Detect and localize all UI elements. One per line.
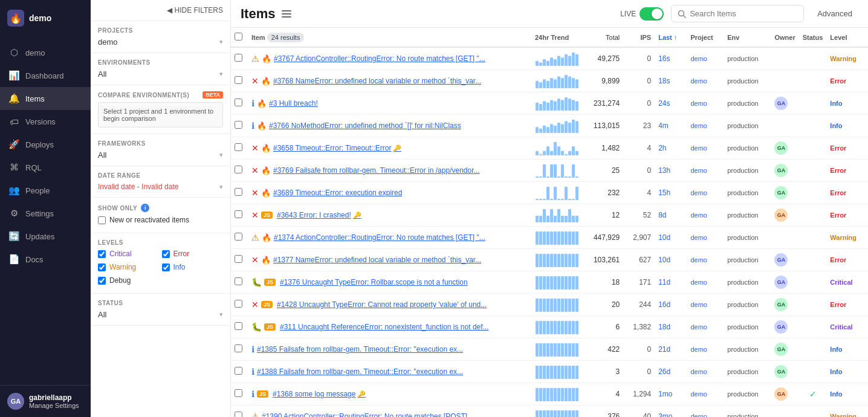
project-link[interactable]: demo [690, 323, 707, 331]
row-checkbox[interactable] [235, 54, 242, 62]
row-checkbox[interactable] [235, 344, 242, 352]
last-link[interactable]: 26d [658, 367, 670, 376]
project-link[interactable]: demo [690, 368, 707, 375]
new-reactivated-checkbox[interactable] [98, 216, 106, 224]
item-link[interactable]: #1368 some log message🔑 [273, 390, 366, 398]
item-link[interactable]: #3658 Timeout::Error: Timeout::Error🔑 [273, 144, 401, 152]
col-header-total[interactable]: Total [582, 28, 623, 47]
item-link[interactable]: #3767 ActionController::RoutingError: No… [274, 54, 485, 63]
item-link[interactable]: #3768 NameError: undefined local variabl… [273, 77, 481, 85]
row-checkbox[interactable] [235, 210, 242, 218]
project-link[interactable]: demo [690, 144, 707, 152]
advanced-button[interactable]: Advanced [811, 5, 858, 22]
frameworks-select[interactable]: All ▾ [98, 150, 223, 160]
row-checkbox[interactable] [235, 322, 242, 330]
last-link[interactable]: 8d [658, 211, 666, 219]
project-link[interactable]: demo [690, 413, 707, 417]
last-link[interactable]: 18d [658, 323, 670, 331]
project-link[interactable]: demo [690, 390, 707, 398]
last-link[interactable]: 1mo [658, 390, 672, 398]
sidebar-item-rql[interactable]: ⌘ RQL [0, 156, 91, 179]
row-checkbox[interactable] [235, 99, 242, 106]
last-link[interactable]: 15h [658, 189, 670, 197]
date-range-select[interactable]: Invalid date - Invalid date ▾ [98, 183, 223, 191]
info-checkbox[interactable] [162, 263, 170, 271]
project-link[interactable]: demo [690, 77, 707, 85]
row-checkbox[interactable] [235, 166, 242, 173]
project-link[interactable]: demo [690, 122, 707, 129]
sidebar-item-dashboard[interactable]: 📊 Dashboard [0, 64, 91, 87]
last-link[interactable]: 18s [658, 77, 670, 85]
sidebar-item-people[interactable]: 👥 People [0, 179, 91, 202]
last-link[interactable]: 3mo [658, 412, 672, 417]
project-link[interactable]: demo [690, 279, 707, 286]
sidebar-item-settings[interactable]: ⚙ Settings [0, 202, 91, 225]
item-link[interactable]: #3643 Error: I crashed!🔑 [277, 211, 361, 219]
hide-filters-button[interactable]: ◀ HIDE FILTERS [91, 0, 230, 21]
critical-checkbox[interactable] [98, 250, 106, 258]
app-logo[interactable]: 🔥 demo [0, 0, 91, 36]
project-link[interactable]: demo [690, 234, 707, 241]
item-link[interactable]: #1388 Failsafe from rollbar-gem. Timeout… [257, 367, 463, 376]
last-link[interactable]: 16s [658, 54, 670, 63]
col-header-last[interactable]: Last ↑ [655, 28, 687, 47]
project-link[interactable]: demo [690, 346, 707, 353]
row-checkbox[interactable] [235, 121, 242, 129]
last-link[interactable]: 16d [658, 300, 670, 309]
row-checkbox[interactable] [235, 300, 242, 308]
live-toggle[interactable] [640, 7, 664, 21]
status-select[interactable]: All ▾ [98, 310, 223, 319]
last-link[interactable]: 4m [658, 121, 669, 130]
item-link[interactable]: #1385 Failsafe from rollbar-gem. Timeout… [257, 345, 463, 354]
last-link[interactable]: 11d [658, 278, 670, 286]
last-link[interactable]: 21d [658, 345, 670, 354]
project-link[interactable]: demo [690, 301, 707, 308]
row-checkbox[interactable] [235, 389, 242, 397]
item-link[interactable]: #1428 Uncaught TypeError: Cannot read pr… [277, 300, 487, 309]
sidebar-item-items[interactable]: 🔔 Items [0, 87, 91, 110]
row-checkbox[interactable] [235, 188, 242, 196]
project-link[interactable]: demo [690, 189, 707, 196]
item-link[interactable]: #1390 ActionController::RoutingError: No… [262, 412, 473, 417]
error-checkbox[interactable] [162, 250, 170, 258]
last-link[interactable]: 13h [658, 166, 670, 175]
last-link[interactable]: 2h [658, 144, 666, 152]
last-link[interactable]: 24s [658, 99, 670, 108]
sidebar-item-demo[interactable]: ⬡ demo [0, 41, 91, 64]
item-link[interactable]: #3 Hull breach! [269, 99, 318, 108]
sidebar-item-docs[interactable]: 📄 Docs [0, 248, 91, 271]
row-checkbox[interactable] [235, 367, 242, 375]
project-link[interactable]: demo [690, 55, 707, 62]
project-link[interactable]: demo [690, 256, 707, 263]
search-input[interactable] [690, 9, 786, 18]
project-link[interactable]: demo [690, 167, 707, 174]
last-link[interactable]: 10d [658, 256, 670, 264]
sidebar-item-updates[interactable]: 🔄 Updates [0, 225, 91, 248]
item-link[interactable]: #3689 Timeout::Error: execution expired [273, 189, 402, 197]
project-link[interactable]: demo [690, 100, 707, 107]
item-link[interactable]: #3766 NoMethodError: undefined method `[… [269, 121, 461, 130]
item-link[interactable]: #1377 NameError: undefined local variabl… [273, 256, 481, 264]
environments-select[interactable]: All ▾ [98, 70, 223, 79]
last-link[interactable]: 10d [658, 233, 670, 242]
row-checkbox[interactable] [235, 76, 242, 84]
item-link[interactable]: #3769 Failsafe from rollbar-gem. Timeout… [273, 166, 480, 175]
warning-checkbox[interactable] [98, 263, 106, 271]
row-checkbox[interactable] [235, 277, 242, 285]
project-link[interactable]: demo [690, 212, 707, 219]
user-menu[interactable]: GA gabriellaapp Manage Settings [7, 393, 83, 410]
item-link[interactable]: #1374 ActionController::RoutingError: No… [274, 233, 485, 242]
projects-select[interactable]: demo ▾ [98, 37, 223, 47]
col-header-ips[interactable]: IPS [623, 28, 655, 47]
sidebar-item-deploys[interactable]: 🚀 Deploys [0, 133, 91, 156]
row-checkbox[interactable] [235, 255, 242, 263]
table-row: 🐛 JS #1376 Uncaught TypeError: Rollbar.s… [231, 271, 868, 294]
row-checkbox[interactable] [235, 233, 242, 241]
item-link[interactable]: #1376 Uncaught TypeError: Rollbar.scope … [280, 278, 468, 286]
sidebar-item-versions[interactable]: 🏷 Versions [0, 110, 91, 133]
debug-checkbox[interactable] [98, 277, 106, 285]
item-link[interactable]: #311 Uncaught ReferenceError: nonexisten… [280, 323, 489, 331]
row-checkbox[interactable] [235, 412, 242, 417]
select-all-checkbox[interactable] [235, 33, 242, 40]
row-checkbox[interactable] [235, 143, 242, 151]
